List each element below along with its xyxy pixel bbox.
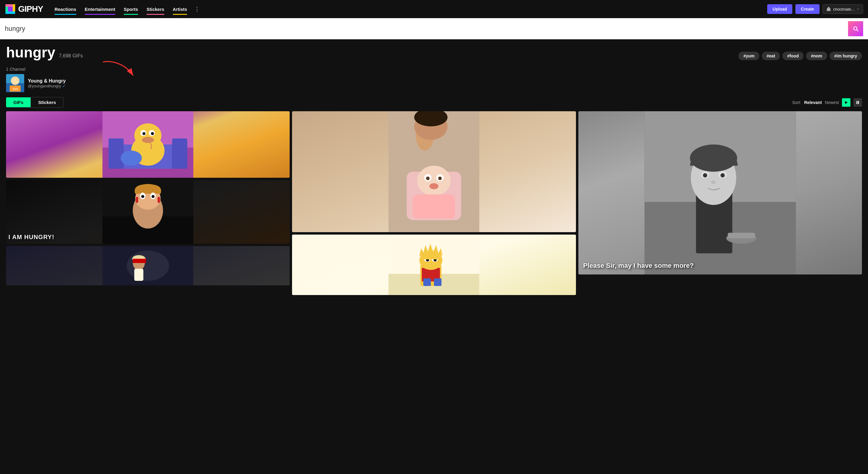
svg-rect-3: [5, 11, 15, 14]
svg-rect-12: [857, 101, 858, 104]
user-name: choclmate...: [833, 7, 855, 11]
svg-rect-54: [413, 194, 455, 218]
svg-rect-35: [136, 197, 138, 203]
gif-girl-text: I AM HUNGRY!: [8, 234, 55, 241]
tab-stickers[interactable]: Stickers: [31, 97, 63, 108]
gif-column-3: Please Sir, may I have some more?: [578, 111, 862, 274]
svg-point-33: [141, 195, 144, 198]
tags-area: #yum #eat #food #nom #im hungry: [739, 52, 862, 60]
svg-rect-71: [424, 257, 430, 259]
svg-point-83: [711, 180, 716, 184]
svg-point-23: [143, 132, 146, 135]
svg-rect-40: [134, 269, 144, 281]
svg-point-53: [430, 183, 438, 189]
svg-rect-4: [8, 7, 13, 11]
gif-oliver-twist[interactable]: Please Sir, may I have some more?: [578, 111, 862, 274]
logo[interactable]: GIPHY: [5, 4, 43, 14]
logo-text: GIPHY: [18, 4, 43, 14]
svg-point-24: [151, 132, 154, 135]
svg-point-8: [11, 76, 19, 85]
nav-artists[interactable]: Artists: [168, 5, 192, 13]
verified-badge: ✓: [62, 84, 66, 88]
svg-marker-11: [845, 101, 848, 104]
gif-bart[interactable]: [292, 235, 576, 295]
search-bar: [0, 18, 868, 39]
main-nav: Reactions Entertainment Sports Stickers …: [50, 4, 767, 14]
nav-entertainment[interactable]: Entertainment: [81, 5, 120, 13]
chevron-down-icon: [856, 7, 860, 11]
gif-oliver-text: Please Sir, may I have some more?: [583, 262, 857, 270]
tag-nom[interactable]: #nom: [806, 52, 827, 60]
nav-sports[interactable]: Sports: [120, 5, 143, 13]
svg-rect-60: [434, 278, 441, 286]
gif-column-2: [292, 111, 576, 295]
sort-label: Sort:: [792, 100, 801, 105]
svg-rect-13: [858, 101, 859, 104]
svg-point-48: [417, 166, 451, 196]
svg-point-34: [152, 195, 155, 198]
svg-rect-36: [158, 197, 160, 203]
gif-baby[interactable]: [292, 111, 576, 232]
channel-info: Young & Hungry @youngandhungry ✓: [28, 78, 66, 88]
tag-food[interactable]: #food: [782, 52, 804, 60]
nav-more-icon[interactable]: ⋮: [191, 4, 203, 14]
svg-text:Y&H: Y&H: [13, 88, 18, 90]
upload-button[interactable]: Upload: [767, 4, 792, 14]
gif-bottom-left[interactable]: [6, 246, 290, 285]
pause-button[interactable]: [854, 98, 862, 107]
search-title-row: hungry 7,698 GIFs: [6, 44, 739, 61]
header: GIPHY Reactions Entertainment Sports Sti…: [0, 0, 868, 18]
search-button[interactable]: [848, 21, 863, 36]
play-button[interactable]: [842, 98, 850, 107]
svg-point-26: [121, 150, 142, 166]
search-title: hungry: [6, 44, 55, 61]
gif-girl-hungry[interactable]: I AM HUNGRY!: [6, 180, 290, 244]
tab-gifs[interactable]: GIFs: [6, 97, 31, 107]
svg-rect-17: [108, 138, 124, 169]
channel-card[interactable]: Y&H Young & Hungry @youngandhungry ✓: [6, 74, 862, 92]
header-actions: Upload Create choclmate...: [767, 4, 863, 14]
svg-point-25: [142, 137, 154, 143]
svg-rect-18: [172, 138, 187, 169]
sort-newest[interactable]: Newest: [825, 100, 839, 105]
svg-point-81: [703, 173, 707, 177]
tag-im-hungry[interactable]: #im hungry: [830, 52, 862, 60]
nav-stickers[interactable]: Stickers: [142, 5, 168, 13]
nav-reactions[interactable]: Reactions: [50, 5, 81, 13]
svg-rect-72: [432, 257, 438, 259]
sort-relevant[interactable]: Relevant: [804, 100, 822, 105]
svg-point-82: [720, 173, 724, 177]
tabs-row: GIFs Stickers Sort: Relevant Newest: [6, 97, 862, 108]
gif-grid: I AM HUNGRY!: [6, 111, 862, 295]
gif-column-1: I AM HUNGRY!: [6, 111, 290, 285]
svg-point-51: [426, 176, 430, 180]
channel-count-label: 1 Channel: [6, 67, 862, 72]
svg-rect-85: [727, 233, 755, 238]
svg-point-52: [438, 176, 442, 180]
channel-handle: @youngandhungry ✓: [28, 84, 66, 88]
svg-rect-42: [133, 259, 146, 263]
gif-count: 7,698 GIFs: [59, 53, 83, 59]
bell-icon: [826, 6, 831, 12]
tag-yum[interactable]: #yum: [739, 52, 760, 60]
svg-point-38: [127, 250, 169, 281]
channel-name: Young & Hungry: [28, 78, 66, 84]
tag-eat[interactable]: #eat: [762, 52, 780, 60]
pause-icon: [856, 101, 860, 104]
search-icon: [852, 25, 859, 32]
gif-homer[interactable]: [6, 111, 290, 178]
play-icon: [844, 101, 848, 104]
main-content: hungry 7,698 GIFs #yum #eat #food #nom #…: [0, 39, 868, 300]
sort-area: Sort: Relevant Newest: [792, 98, 862, 107]
channel-thumbnail: Y&H: [6, 74, 24, 92]
channel-section: 1 Channel Y&H Young & Hungry @youngandhu…: [6, 67, 862, 92]
svg-rect-59: [424, 278, 431, 286]
svg-point-20: [134, 123, 162, 147]
user-menu[interactable]: choclmate...: [823, 4, 863, 14]
search-input[interactable]: [5, 25, 848, 33]
create-button[interactable]: Create: [795, 4, 819, 14]
